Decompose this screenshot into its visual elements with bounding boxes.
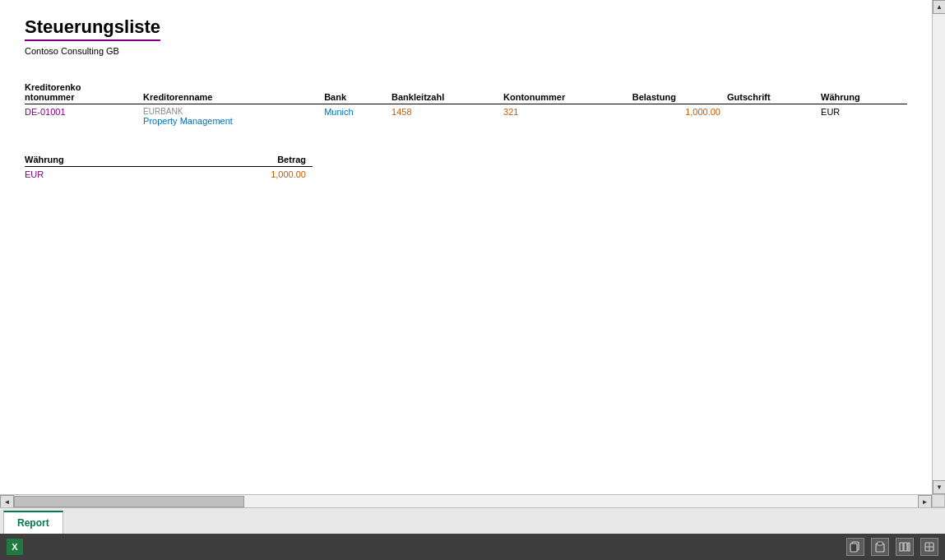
scroll-track-horizontal: [244, 495, 918, 507]
table-row: DE-01001 EURBANK Property Management Mun…: [25, 104, 907, 129]
th-kreditorenname: Kreditorenname: [143, 81, 324, 104]
scroll-thumb-horizontal[interactable]: [14, 496, 244, 507]
th-waehrung: Währung: [821, 81, 907, 104]
th-gutschrift: Gutschrift: [727, 81, 821, 104]
status-right: [846, 538, 938, 556]
tab-bar: Report: [0, 507, 945, 534]
fit-icon[interactable]: [920, 538, 938, 556]
summary-th-betrag: Betrag: [214, 153, 313, 167]
columns-icon[interactable]: [896, 538, 914, 556]
summary-row: EUR 1,000.00: [25, 167, 313, 183]
cell-gutschrift: [727, 104, 821, 129]
cell-kontonummer: 321: [503, 104, 632, 129]
th-bankleitzahl: Bankleitzahl: [391, 81, 503, 104]
th-kontonummer: Kontonummer: [503, 81, 632, 104]
horizontal-scrollbar[interactable]: ◄ ►: [0, 494, 932, 507]
scroll-down-button[interactable]: ▼: [933, 480, 945, 494]
report-subtitle: Contoso Consulting GB: [25, 46, 907, 56]
svg-rect-3: [878, 542, 882, 545]
scroll-right-button[interactable]: ►: [918, 495, 932, 507]
svg-rect-6: [908, 543, 910, 551]
summary-table: Währung Betrag EUR: [25, 153, 313, 182]
report-title: Steuerungsliste: [25, 16, 160, 41]
vertical-scrollbar[interactable]: ▲ ▼: [932, 0, 945, 494]
summary-cell-betrag: 1,000.00: [214, 167, 313, 183]
cell-bankleitzahl: 1458: [391, 104, 503, 129]
cell-waehrung: EUR: [821, 104, 907, 129]
paste-icon[interactable]: [871, 538, 889, 556]
th-kreditorenkontonummer: Kreditorenko ntonummer: [25, 81, 143, 104]
scroll-up-button[interactable]: ▲: [933, 0, 945, 14]
copy-icon[interactable]: [846, 538, 864, 556]
svg-rect-4: [900, 543, 903, 551]
cell-bank: Munich: [324, 104, 391, 129]
summary-th-waehrung: Währung: [25, 153, 214, 167]
scroll-left-button[interactable]: ◄: [0, 495, 14, 507]
status-left: X: [7, 539, 23, 555]
tab-report[interactable]: Report: [3, 511, 63, 534]
cell-kreditorenname: EURBANK Property Management: [143, 104, 324, 129]
svg-rect-5: [904, 543, 907, 551]
scrollbar-corner: [932, 494, 945, 507]
scroll-track-vertical: [933, 14, 945, 480]
th-belastung: Belastung: [632, 81, 727, 104]
main-table: Kreditorenko ntonummer Kreditorenname Ba…: [25, 81, 907, 128]
th-bank: Bank: [324, 81, 391, 104]
svg-rect-1: [850, 544, 857, 552]
summary-cell-waehrung: EUR: [25, 167, 214, 183]
cell-belastung: 1,000.00: [632, 104, 727, 129]
cell-kreditorenkontonummer: DE-01001: [25, 104, 143, 129]
report-content-area: Steuerungsliste Contoso Consulting GB Kr…: [0, 0, 932, 494]
excel-icon: X: [7, 539, 23, 555]
status-bar: X: [0, 534, 945, 560]
